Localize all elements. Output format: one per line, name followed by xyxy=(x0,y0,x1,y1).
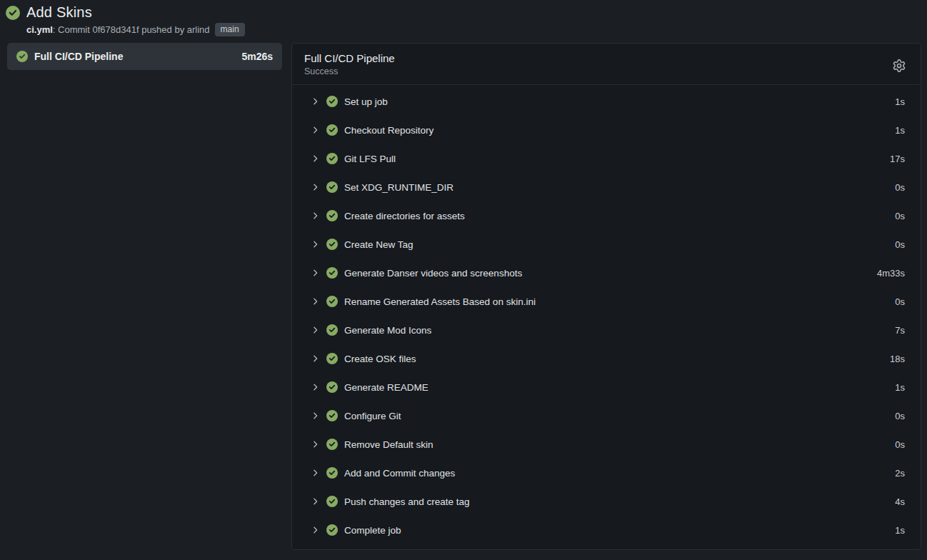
step-duration: 1s xyxy=(895,125,905,136)
step-label: Set XDG_RUNTIME_DIR xyxy=(344,182,895,193)
job-item-full-pipeline[interactable]: Full CI/CD Pipeline 5m26s xyxy=(7,43,282,70)
step-row[interactable]: Create New Tag0s xyxy=(310,230,905,259)
step-success-icon xyxy=(326,381,338,393)
step-label: Complete job xyxy=(344,525,895,536)
job-duration: 5m26s xyxy=(241,51,273,62)
step-row[interactable]: Set up job1s xyxy=(310,87,905,116)
step-success-icon xyxy=(326,153,338,164)
step-duration: 1s xyxy=(895,96,905,107)
step-duration: 4m33s xyxy=(877,268,905,279)
run-header: Add Skins ci.yml: Commit 0f678d341f push… xyxy=(0,0,927,43)
step-label: Generate Mod Icons xyxy=(344,325,895,336)
step-success-icon xyxy=(326,439,338,450)
step-duration: 18s xyxy=(890,354,905,364)
panel-status: Success xyxy=(304,66,395,76)
jobs-sidebar: Full CI/CD Pipeline 5m26s xyxy=(7,43,282,70)
step-success-icon xyxy=(326,410,338,421)
step-duration: 4s xyxy=(895,496,905,507)
chevron-right-icon[interactable] xyxy=(310,125,321,135)
step-success-icon xyxy=(326,267,338,279)
job-name: Full CI/CD Pipeline xyxy=(34,51,235,62)
step-duration: 0s xyxy=(895,411,905,421)
panel-header: Full CI/CD Pipeline Success xyxy=(292,44,921,85)
step-success-icon xyxy=(326,296,338,307)
step-row[interactable]: Complete job1s xyxy=(310,516,905,544)
step-row[interactable]: Checkout Repository1s xyxy=(310,116,905,144)
chevron-right-icon[interactable] xyxy=(310,439,321,449)
chevron-right-icon[interactable] xyxy=(310,411,321,421)
commit-info: : Commit 0f678d341f pushed by arlind xyxy=(53,24,210,35)
step-row[interactable]: Create directories for assets0s xyxy=(310,201,905,230)
step-success-icon xyxy=(326,181,338,193)
step-duration: 7s xyxy=(895,325,905,336)
step-duration: 1s xyxy=(895,525,905,536)
step-success-icon xyxy=(326,239,338,250)
step-duration: 0s xyxy=(895,296,905,307)
workflow-file-link[interactable]: ci.yml xyxy=(26,24,53,35)
chevron-right-icon[interactable] xyxy=(310,96,321,106)
chevron-right-icon[interactable] xyxy=(310,382,321,392)
panel-title: Full CI/CD Pipeline xyxy=(304,52,395,64)
step-success-icon xyxy=(326,524,338,536)
branch-badge[interactable]: main xyxy=(215,23,245,36)
actions-run-page: { "colors": { "success_green": "#87ab63"… xyxy=(0,0,927,560)
run-success-icon xyxy=(6,6,20,20)
step-label: Generate Danser videos and screenshots xyxy=(344,268,877,279)
chevron-right-icon[interactable] xyxy=(310,525,321,535)
step-row[interactable]: Create OSK files18s xyxy=(310,344,905,373)
step-row[interactable]: Rename Generated Assets Based on skin.in… xyxy=(310,287,905,316)
step-label: Set up job xyxy=(344,96,895,107)
step-success-icon xyxy=(326,467,338,479)
step-success-icon xyxy=(326,496,338,507)
step-label: Remove Default skin xyxy=(344,439,895,450)
step-duration: 2s xyxy=(895,468,905,479)
step-row[interactable]: Configure Git0s xyxy=(310,401,905,430)
step-duration: 0s xyxy=(895,182,905,193)
step-label: Configure Git xyxy=(344,411,895,421)
step-row[interactable]: Set XDG_RUNTIME_DIR0s xyxy=(310,173,905,201)
step-row[interactable]: Push changes and create tag4s xyxy=(310,487,905,516)
step-row[interactable]: Remove Default skin0s xyxy=(310,430,905,459)
step-duration: 0s xyxy=(895,211,905,221)
steps-list: Set up job1sCheckout Repository1sGit LFS… xyxy=(292,85,921,547)
step-duration: 0s xyxy=(895,439,905,450)
run-subtitle: ci.yml: Commit 0f678d341f pushed by arli… xyxy=(26,23,921,36)
chevron-right-icon[interactable] xyxy=(310,354,321,364)
step-label: Git LFS Pull xyxy=(344,154,890,164)
step-label: Rename Generated Assets Based on skin.in… xyxy=(344,296,895,307)
chevron-right-icon[interactable] xyxy=(310,268,321,278)
step-label: Push changes and create tag xyxy=(344,496,895,507)
chevron-right-icon[interactable] xyxy=(310,496,321,506)
step-success-icon xyxy=(326,210,338,221)
step-row[interactable]: Generate Mod Icons7s xyxy=(310,316,905,344)
chevron-right-icon[interactable] xyxy=(310,154,321,164)
chevron-right-icon[interactable] xyxy=(310,296,321,306)
step-success-icon xyxy=(326,324,338,336)
chevron-right-icon[interactable] xyxy=(310,468,321,478)
step-duration: 17s xyxy=(890,154,905,164)
run-title: Add Skins xyxy=(26,4,92,21)
step-label: Create directories for assets xyxy=(344,211,895,221)
job-detail-panel: Full CI/CD Pipeline Success Set up job1s… xyxy=(291,43,921,550)
step-success-icon xyxy=(326,96,338,107)
step-duration: 1s xyxy=(895,382,905,393)
step-duration: 0s xyxy=(895,239,905,250)
step-label: Checkout Repository xyxy=(344,125,895,136)
chevron-right-icon[interactable] xyxy=(310,325,321,335)
step-row[interactable]: Generate README1s xyxy=(310,373,905,401)
step-success-icon xyxy=(326,353,338,364)
settings-button[interactable] xyxy=(890,56,908,75)
gear-icon xyxy=(893,64,906,74)
step-row[interactable]: Add and Commit changes2s xyxy=(310,459,905,487)
step-row[interactable]: Generate Danser videos and screenshots4m… xyxy=(310,259,905,287)
step-success-icon xyxy=(326,124,338,136)
step-row[interactable]: Git LFS Pull17s xyxy=(310,144,905,173)
chevron-right-icon[interactable] xyxy=(310,211,321,221)
chevron-right-icon[interactable] xyxy=(310,182,321,192)
step-label: Generate README xyxy=(344,382,895,393)
job-success-icon xyxy=(16,51,28,62)
chevron-right-icon[interactable] xyxy=(310,239,321,249)
step-label: Create OSK files xyxy=(344,354,890,364)
step-label: Create New Tag xyxy=(344,239,895,250)
step-label: Add and Commit changes xyxy=(344,468,895,479)
